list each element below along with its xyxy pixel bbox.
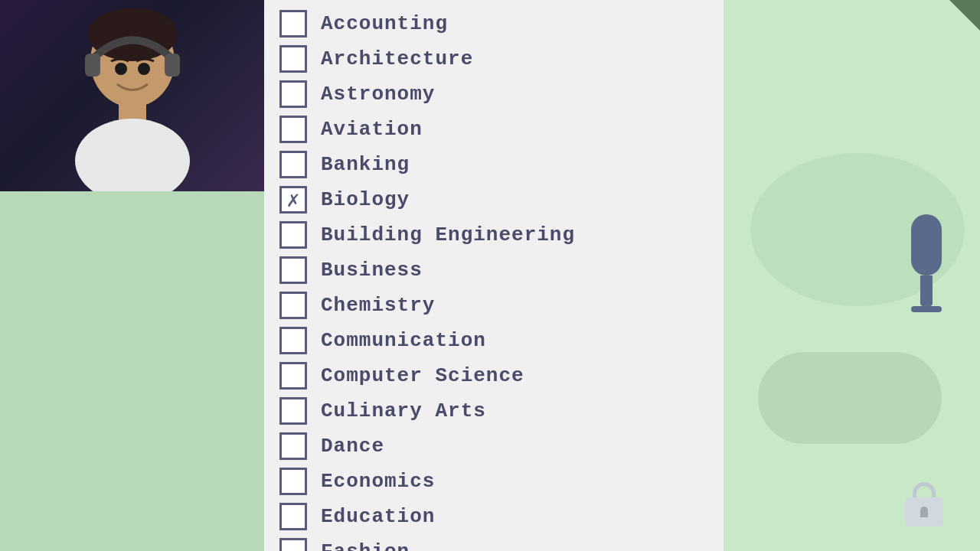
lock-icon (905, 482, 943, 528)
checkbox-biology[interactable] (279, 186, 307, 214)
checklist-content: AccountingArchitectureAstronomyAviationB… (264, 0, 724, 551)
checklist-item[interactable]: Dance (279, 429, 708, 464)
checklist-item[interactable]: Aviation (279, 112, 708, 147)
microphone-icon (911, 214, 942, 314)
checkbox-dance[interactable] (279, 432, 307, 460)
lock-shackle (913, 482, 936, 497)
checkbox-fashion[interactable] (279, 538, 307, 551)
lock-keyhole (920, 507, 928, 517)
checklist-item[interactable]: Culinary Arts (279, 393, 708, 429)
checklist-panel: AccountingArchitectureAstronomyAviationB… (264, 0, 724, 551)
checklist-item[interactable]: Communication (279, 323, 708, 358)
lock-body (905, 497, 943, 527)
checkbox-education[interactable] (279, 503, 307, 530)
svg-rect-3 (165, 54, 180, 77)
item-label: Chemistry (321, 294, 435, 317)
checkbox-computer-science[interactable] (279, 362, 307, 390)
checklist-item[interactable]: Business (279, 253, 708, 288)
checkbox-accounting[interactable] (279, 10, 307, 37)
item-label: Communication (321, 329, 486, 352)
svg-point-6 (115, 63, 127, 75)
item-label: Building Engineering (321, 223, 575, 246)
checkbox-economics[interactable] (279, 468, 307, 495)
checkbox-banking[interactable] (279, 151, 307, 178)
item-label: Architecture (321, 47, 473, 70)
item-label: Computer Science (321, 364, 524, 387)
checklist-item[interactable]: Chemistry (279, 288, 708, 323)
checklist-item[interactable]: Building Engineering (279, 217, 708, 253)
checklist-item[interactable]: Architecture (279, 41, 708, 77)
checklist-item[interactable]: Astronomy (279, 77, 708, 112)
checkbox-culinary-arts[interactable] (279, 397, 307, 425)
checkbox-chemistry[interactable] (279, 292, 307, 319)
corner-decoration (949, 0, 980, 31)
item-label: Education (321, 505, 435, 528)
item-label: Banking (321, 153, 410, 176)
checklist-item[interactable]: Fashion (279, 534, 708, 551)
item-label: Aviation (321, 118, 423, 141)
svg-point-5 (75, 119, 190, 191)
svg-rect-2 (85, 54, 100, 77)
mic-body (920, 276, 933, 306)
checkbox-communication[interactable] (279, 327, 307, 354)
right-background (720, 0, 980, 551)
mic-base (911, 306, 942, 312)
decorative-blob-bottom (758, 352, 942, 444)
item-label: Fashion (321, 540, 410, 551)
item-label: Accounting (321, 12, 448, 35)
item-label: Biology (321, 188, 410, 211)
item-label: Culinary Arts (321, 399, 486, 422)
item-label: Business (321, 259, 423, 282)
mic-head (911, 214, 942, 276)
checkbox-astronomy[interactable] (279, 80, 307, 108)
item-label: Dance (321, 435, 384, 458)
checkbox-architecture[interactable] (279, 45, 307, 73)
person-avatar (25, 0, 240, 191)
checklist-item[interactable]: Biology (279, 182, 708, 217)
checkbox-building-engineering[interactable] (279, 221, 307, 249)
checklist-item[interactable]: Banking (279, 147, 708, 182)
checklist-item[interactable]: Economics (279, 464, 708, 499)
checklist-item[interactable]: Accounting (279, 6, 708, 41)
item-label: Astronomy (321, 83, 435, 106)
webcam-feed (0, 0, 264, 191)
webcam-inner (0, 0, 264, 191)
item-label: Economics (321, 470, 435, 493)
checklist-item[interactable]: Education (279, 499, 708, 534)
checkbox-aviation[interactable] (279, 116, 307, 143)
svg-point-7 (138, 63, 150, 75)
checkbox-business[interactable] (279, 256, 307, 284)
checklist-item[interactable]: Computer Science (279, 358, 708, 393)
